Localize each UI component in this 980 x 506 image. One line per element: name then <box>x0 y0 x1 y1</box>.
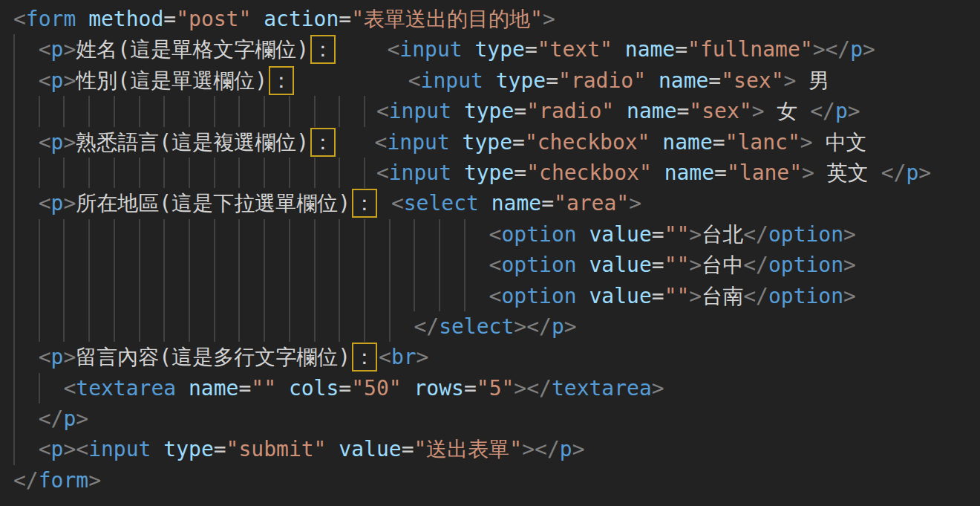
token-pun: > <box>802 160 814 185</box>
unicode-highlight-colon: ： <box>352 343 377 372</box>
code-line[interactable]: <p>熟悉語言(這是複選欄位)： <input type="checkbox" … <box>0 127 980 158</box>
token-tag: p <box>835 99 848 123</box>
token-eq: = <box>546 68 558 93</box>
indent-guide <box>139 158 140 188</box>
token-attr: value <box>339 437 401 461</box>
token-tag: select <box>404 191 479 215</box>
token-eq: = <box>708 68 721 93</box>
code-line[interactable]: <p>留言內容(這是多行文字欄位)：<br> <box>0 342 980 372</box>
token-t <box>176 376 189 400</box>
token-attr: type <box>464 160 514 185</box>
token-tag: textarea <box>552 376 652 400</box>
token-eq: = <box>238 376 251 400</box>
token-pun: > <box>843 253 856 277</box>
indent-guide <box>314 250 316 280</box>
token-t <box>652 160 664 185</box>
token-pun: > <box>572 437 585 461</box>
unicode-highlight-colon: ： <box>269 66 294 95</box>
indent-guide <box>163 219 165 250</box>
token-pun: ></ <box>514 314 552 339</box>
code-line-text: <p>性別(這是單選欄位)： <input type="radio" name=… <box>13 68 829 93</box>
indent-guide <box>39 96 40 126</box>
indent-guide <box>189 281 190 311</box>
code-line[interactable]: <form method="post" action="表單送出的目的地"> <box>0 4 980 34</box>
token-t <box>337 130 375 155</box>
code-line[interactable]: <p><input type="submit" value="送出表單"></p… <box>0 434 980 464</box>
indent-guide <box>39 219 40 250</box>
token-pun: > <box>652 376 664 400</box>
token-pun: </ <box>743 253 768 277</box>
indent-guide <box>238 311 240 342</box>
token-pun: > <box>689 284 702 308</box>
code-line[interactable]: </form> <box>0 465 980 496</box>
token-tag: p <box>51 68 64 93</box>
code-line[interactable]: <p>所在地區(這是下拉選單欄位)： <select name="area"> <box>0 188 980 218</box>
code-line-text: <p>留言內容(這是多行文字欄位)：<br> <box>13 345 428 369</box>
token-tag: select <box>439 314 514 339</box>
indent-guide <box>464 250 466 280</box>
token-t <box>295 68 408 93</box>
indent-guide <box>464 219 466 250</box>
indent-guide <box>414 281 415 311</box>
token-str: "50" <box>351 376 401 400</box>
token-pun: > <box>63 130 76 155</box>
indent-guide <box>214 96 215 126</box>
token-eq: = <box>652 284 664 308</box>
indent-guide <box>139 96 140 126</box>
code-line[interactable]: <p>性別(這是單選欄位)： <input type="radio" name=… <box>0 65 980 96</box>
indent-guide <box>264 158 265 188</box>
code-editor[interactable]: <form method="post" action="表單送出的目的地"> <… <box>0 0 980 506</box>
code-line[interactable]: </p> <box>0 403 980 434</box>
token-tag: input <box>421 68 483 93</box>
code-line[interactable]: <option value="">台南</option> <box>0 281 980 311</box>
indent-guide <box>314 281 316 311</box>
token-str: "fullname" <box>687 37 813 62</box>
indent-guide <box>314 311 316 342</box>
token-attr: cols <box>289 376 339 400</box>
token-tag: input <box>387 130 449 155</box>
code-line-text: <p>熟悉語言(這是複選欄位)： <input type="checkbox" … <box>13 130 867 155</box>
token-pun: >< <box>63 437 88 461</box>
token-tag: p <box>51 130 64 155</box>
token-t <box>463 37 475 62</box>
token-str: "5" <box>477 376 514 400</box>
indent-guide <box>13 96 15 126</box>
token-t <box>451 160 464 185</box>
indent-guide <box>63 219 65 250</box>
code-line[interactable]: <input type="checkbox" name="lane"> 英文 <… <box>0 158 980 188</box>
token-tag: p <box>51 437 64 461</box>
code-line-text: <p><input type="submit" value="送出表單"></p… <box>13 437 585 461</box>
unicode-highlight-colon: ： <box>310 128 336 157</box>
token-pun: > <box>689 222 702 247</box>
token-txt: 台南 <box>702 284 743 308</box>
code-line[interactable]: <textarea name="" cols="50" rows="5"></t… <box>0 373 980 403</box>
code-line-text: <p>所在地區(這是下拉選單欄位)： <select name="area"> <box>13 191 641 215</box>
indent-guide <box>238 219 240 250</box>
token-str: "sex" <box>689 99 751 123</box>
code-line[interactable]: <option value="">台中</option> <box>0 250 980 280</box>
indent-guide <box>163 158 165 188</box>
unicode-highlight-colon: ： <box>352 189 377 218</box>
token-pun: > <box>629 191 641 215</box>
code-line[interactable]: <option value="">台北</option> <box>0 219 980 250</box>
code-line-text: <p>姓名(這是單格文字欄位)： <input type="text" name… <box>13 37 875 62</box>
token-pun: < <box>39 130 51 155</box>
token-pun: < <box>63 376 76 400</box>
indent-guide <box>289 158 290 188</box>
code-line[interactable]: <input type="radio" name="sex"> 女 </p> <box>0 96 980 126</box>
token-str: "送出表單" <box>414 437 522 461</box>
token-tag: p <box>560 437 572 461</box>
indent-guide <box>139 219 140 250</box>
indent-guide <box>289 281 290 311</box>
indent-guide <box>114 96 115 126</box>
token-str: "表單送出的目的地" <box>351 7 543 31</box>
token-txt: 女 <box>765 99 811 123</box>
indent-guide <box>88 281 90 311</box>
code-line[interactable]: <p>姓名(這是單格文字欄位)： <input type="text" name… <box>0 34 980 65</box>
code-line[interactable]: </select></p> <box>0 311 980 342</box>
token-eq: = <box>514 160 526 185</box>
token-pun: > <box>564 314 577 339</box>
token-attr: name <box>625 37 675 62</box>
token-pun: > <box>63 191 76 215</box>
token-pun: < <box>387 37 399 62</box>
